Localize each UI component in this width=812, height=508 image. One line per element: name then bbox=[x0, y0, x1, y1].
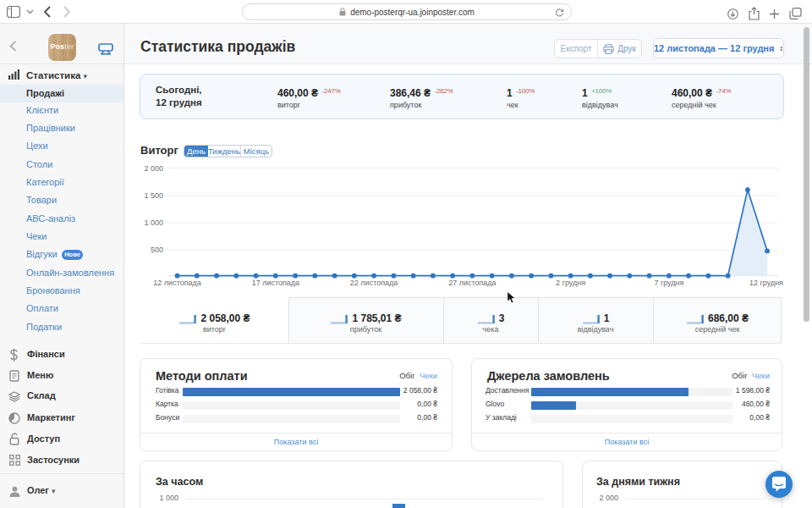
svg-text:22 листопада: 22 листопада bbox=[350, 279, 398, 287]
svg-text:27 листопада: 27 листопада bbox=[448, 279, 496, 287]
svg-text:500: 500 bbox=[151, 246, 163, 254]
svg-text:1 500: 1 500 bbox=[144, 191, 163, 200]
svg-text:2 000: 2 000 bbox=[144, 164, 163, 173]
svg-text:12 листопада: 12 листопада bbox=[153, 279, 200, 287]
svg-text:2 грудня: 2 грудня bbox=[556, 279, 585, 287]
svg-text:1 000: 1 000 bbox=[144, 218, 163, 227]
svg-text:7 грудня: 7 грудня bbox=[654, 279, 683, 287]
svg-text:12 грудня: 12 грудня bbox=[749, 279, 783, 287]
svg-text:17 листопада: 17 листопада bbox=[252, 279, 299, 287]
